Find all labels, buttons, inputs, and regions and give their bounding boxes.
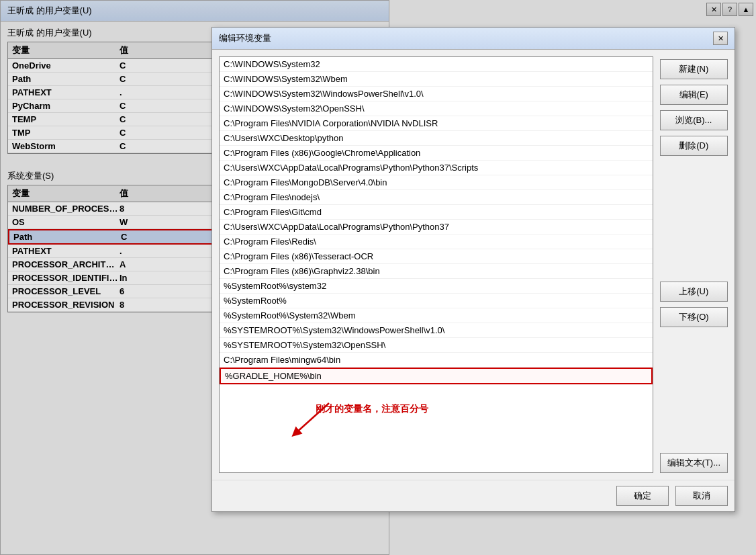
path-list-item[interactable]: C:\WINDOWS\System32: [220, 57, 653, 72]
new-button[interactable]: 新建(N): [660, 59, 728, 79]
path-list-item[interactable]: C:\Program Files (x86)\Google\Chrome\App…: [220, 146, 653, 161]
dialog-title-text: 编辑环境变量: [219, 32, 271, 44]
move-up-button[interactable]: 上移(U): [660, 282, 728, 302]
delete-button[interactable]: 删除(D): [660, 136, 728, 156]
path-list-item[interactable]: C:\WINDOWS\System32\WindowsPowerShell\v1…: [220, 87, 653, 101]
path-list-item[interactable]: C:\Program Files\MongoDB\Server\4.0\bin: [220, 175, 653, 190]
edit-dialog: 编辑环境变量 ✕ C:\WINDOWS\System32C:\WINDOWS\S…: [211, 27, 735, 512]
move-down-button[interactable]: 下移(O): [660, 307, 728, 327]
path-list-item[interactable]: %SYSTEMROOT%\System32\WindowsPowerShell\…: [220, 323, 653, 338]
ok-button[interactable]: 确定: [616, 486, 669, 506]
path-list-item[interactable]: C:\Program Files\Redis\: [220, 234, 653, 249]
path-list-item[interactable]: C:\Users\WXC\AppData\Local\Programs\Pyth…: [220, 161, 653, 175]
browse-button[interactable]: 浏览(B)...: [660, 110, 728, 130]
path-list-item[interactable]: C:\Program Files (x86)\Graphviz2.38\bin: [220, 264, 653, 279]
dialog-action-buttons: 新建(N) 编辑(E) 浏览(B)... 删除(D) 上移(U) 下移(O) 编…: [660, 56, 728, 473]
path-list-item[interactable]: C:\Users\WXC\Desktop\python: [220, 131, 653, 146]
edit-button[interactable]: 编辑(E): [660, 85, 728, 105]
path-list-container[interactable]: C:\WINDOWS\System32C:\WINDOWS\System32\W…: [219, 56, 653, 473]
path-list-item[interactable]: C:\Users\WXC\AppData\Local\Programs\Pyth…: [220, 220, 653, 234]
path-list-item[interactable]: %SYSTEMROOT%\System32\OpenSSH\: [220, 338, 653, 353]
path-list-item[interactable]: C:\Program Files\Git\cmd: [220, 205, 653, 220]
path-list-item[interactable]: C:\Program Files\nodejs\: [220, 190, 653, 205]
path-list-item[interactable]: %SystemRoot%\system32: [220, 279, 653, 294]
path-list-item[interactable]: C:\WINDOWS\System32\Wbem: [220, 72, 653, 87]
path-list-item[interactable]: C:\Program Files\NVIDIA Corporation\NVID…: [220, 116, 653, 131]
cancel-button[interactable]: 取消: [675, 486, 728, 506]
path-list-item[interactable]: %SystemRoot%\System32\Wbem: [220, 308, 653, 323]
path-list-item[interactable]: %SystemRoot%: [220, 294, 653, 308]
path-list-item[interactable]: C:\WINDOWS\System32\OpenSSH\: [220, 101, 653, 116]
dialog-title: 编辑环境变量 ✕: [212, 28, 735, 50]
path-list-item[interactable]: C:\Program Files (x86)\Tesseract-OCR: [220, 249, 653, 264]
path-list-item[interactable]: %GRADLE_HOME%\bin: [220, 368, 653, 384]
path-list: C:\WINDOWS\System32C:\WINDOWS\System32\W…: [220, 57, 653, 384]
edit-text-button[interactable]: 编辑文本(T)...: [660, 453, 728, 473]
dialog-body: C:\WINDOWS\System32C:\WINDOWS\System32\W…: [212, 50, 735, 480]
dialog-close-button[interactable]: ✕: [713, 32, 728, 45]
dialog-footer: 确定 取消: [212, 480, 735, 511]
path-list-item[interactable]: C:\Program Files\mingw64\bin: [220, 353, 653, 368]
